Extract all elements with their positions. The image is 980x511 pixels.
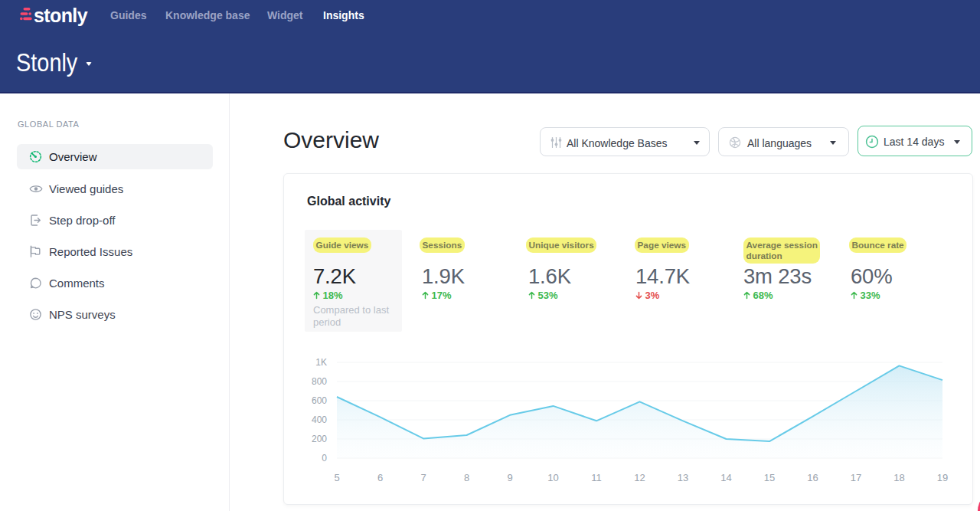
svg-text:16: 16: [807, 472, 818, 483]
svg-text:11: 11: [591, 472, 602, 483]
svg-text:800: 800: [312, 376, 327, 387]
svg-text:8: 8: [464, 472, 469, 483]
svg-text:14: 14: [720, 472, 731, 483]
svg-text:7: 7: [420, 472, 426, 483]
svg-text:6: 6: [377, 472, 383, 483]
svg-text:1K: 1K: [315, 357, 327, 368]
svg-text:12: 12: [634, 472, 645, 483]
svg-text:15: 15: [764, 472, 775, 483]
svg-text:5: 5: [334, 472, 339, 483]
svg-text:400: 400: [312, 414, 327, 425]
svg-text:10: 10: [547, 472, 558, 483]
svg-text:17: 17: [851, 472, 861, 483]
svg-text:19: 19: [937, 472, 948, 483]
svg-text:200: 200: [312, 434, 327, 444]
svg-text:0: 0: [322, 453, 327, 464]
svg-text:13: 13: [678, 472, 688, 483]
svg-text:9: 9: [507, 472, 512, 483]
svg-text:18: 18: [893, 472, 904, 483]
svg-text:600: 600: [312, 395, 327, 406]
